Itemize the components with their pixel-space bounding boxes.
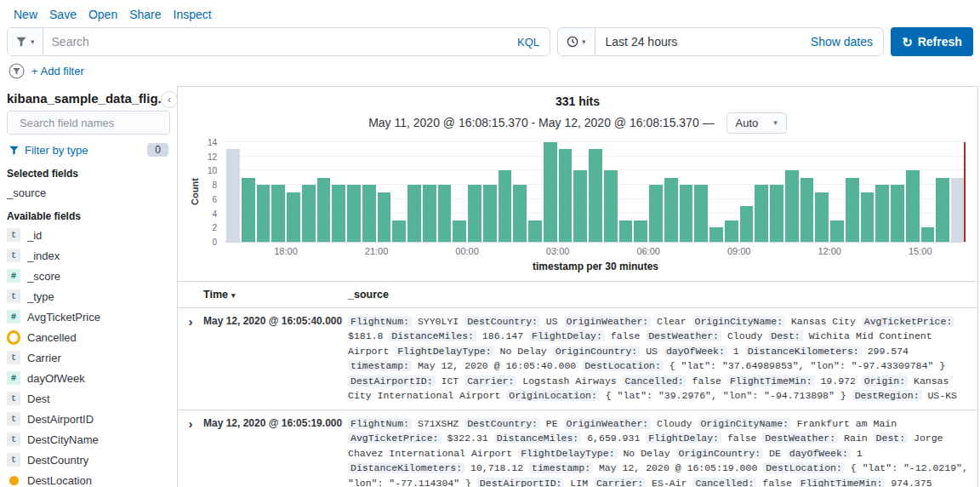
y-tick-label: 6 xyxy=(212,194,217,203)
field-item-AvgTicketPrice[interactable]: #AvgTicketPrice xyxy=(0,307,177,327)
source-field-name: DistanceMiles: xyxy=(389,330,476,341)
source-field-name: DistanceKilometers: xyxy=(348,462,464,473)
saved-query-filter-icon xyxy=(15,36,27,48)
histogram-bar xyxy=(544,142,557,242)
source-field-name: timestamp: xyxy=(348,360,412,371)
chevron-down-icon: ▾ xyxy=(582,38,586,46)
source-field-name: Cancelled: xyxy=(692,478,756,487)
histogram-bar xyxy=(604,170,618,242)
filter-by-type-button[interactable]: Filter by type 0 xyxy=(7,140,170,160)
collapse-sidebar-button[interactable]: ‹ xyxy=(161,91,178,108)
nav-item-save[interactable]: Save xyxy=(49,8,77,21)
histogram-bar xyxy=(785,170,799,242)
chevron-down-icon: ▾ xyxy=(31,38,35,46)
y-tick-label: 12 xyxy=(208,152,217,161)
nav-item-open[interactable]: Open xyxy=(88,8,117,21)
field-item-_index[interactable]: t_index xyxy=(0,245,177,266)
string-field-type-icon: t xyxy=(7,249,20,262)
change-all-filters-button[interactable] xyxy=(9,63,25,79)
field-item-DestCityName[interactable]: tDestCityName xyxy=(0,429,177,450)
histogram-bar xyxy=(740,206,754,242)
source-field-name: DestRegion: xyxy=(852,390,922,401)
current-time-marker xyxy=(964,142,966,242)
field-item-DestLocation[interactable]: DestLocation xyxy=(0,470,177,487)
chevron-down-icon: ▾ xyxy=(773,119,778,127)
add-filter-link[interactable]: + Add filter xyxy=(31,65,84,77)
field-item-dayOfWeek[interactable]: #dayOfWeek xyxy=(0,368,177,388)
x-axis: 18:0021:0000:0003:0006:0009:0012:0015:00 xyxy=(225,245,966,258)
field-name: dayOfWeek xyxy=(27,372,85,385)
y-tick-label: 10 xyxy=(208,166,217,175)
field-item-Cancelled[interactable]: Cancelled xyxy=(0,327,177,347)
y-tick-label: 0 xyxy=(212,238,217,247)
field-item-_id[interactable]: t_id xyxy=(0,225,177,245)
field-item-DestAirportID[interactable]: tDestAirportID xyxy=(0,409,177,429)
histogram-bar xyxy=(242,178,255,242)
query-bar: ▾ KQL ▾ Last 24 hours Show dates ↻ Refre… xyxy=(0,26,980,61)
source-field-name: OriginWeather: xyxy=(564,418,652,429)
expand-row-button[interactable]: › xyxy=(189,416,193,431)
histogram-bar xyxy=(846,178,859,242)
refresh-button[interactable]: ↻ Refresh xyxy=(891,27,973,56)
histogram-bar xyxy=(936,178,949,242)
source-field-name: DistanceMiles: xyxy=(494,433,582,444)
histogram-bar xyxy=(499,170,512,242)
index-pattern-selector[interactable]: kibana_sample_data_flig... xyxy=(7,91,168,106)
histogram-bar xyxy=(347,185,361,242)
y-tick-label: 14 xyxy=(208,138,217,147)
histogram-bar xyxy=(453,221,466,242)
index-pattern-row: kibana_sample_data_flig... ▾ ‹ xyxy=(0,86,177,109)
source-cell: FlightNum: S71XSHZ DestCountry: PE Origi… xyxy=(348,416,977,487)
source-field-name: Dest: xyxy=(768,330,803,341)
source-field-name: OriginCityName: xyxy=(698,418,791,429)
timestamp-axis-label: timestamp per 30 minutes xyxy=(225,261,966,272)
filter-count-badge: 0 xyxy=(147,143,168,157)
histogram-bar xyxy=(468,185,481,242)
nav-item-new[interactable]: New xyxy=(14,8,37,21)
histogram-bar xyxy=(559,149,573,242)
nav-item-inspect[interactable]: Inspect xyxy=(174,8,212,21)
time-picker-quick-menu-button[interactable]: ▾ xyxy=(558,28,595,55)
y-tick-label: 4 xyxy=(212,209,217,218)
time-column-header[interactable]: Time▾ xyxy=(203,289,348,301)
field-item-DestCountry[interactable]: tDestCountry xyxy=(0,450,177,470)
field-item-source[interactable]: _source xyxy=(0,182,177,203)
field-item-Dest[interactable]: tDest xyxy=(0,388,177,409)
source-cell: FlightNum: SYY0LYI DestCountry: US Origi… xyxy=(348,314,977,404)
time-range-value[interactable]: Last 24 hours xyxy=(595,35,811,49)
field-name: DestLocation xyxy=(27,474,92,487)
selected-fields-header: Selected fields xyxy=(7,168,170,180)
source-column-header: _source xyxy=(348,289,977,301)
source-field-name: DestAirportID: xyxy=(348,375,436,387)
field-item-_score[interactable]: #_score xyxy=(0,266,177,286)
field-search-input[interactable] xyxy=(20,117,169,129)
source-field-name: dayOfWeek: xyxy=(787,448,851,459)
field-item-_type[interactable]: t_type xyxy=(0,286,177,307)
x-tick-label: 03:00 xyxy=(546,246,570,256)
histogram-plot[interactable]: 02468101214 xyxy=(225,142,966,243)
histogram-bar xyxy=(725,221,738,242)
saved-query-menu-button[interactable]: ▾ xyxy=(8,28,43,55)
kql-button[interactable]: KQL xyxy=(507,28,550,55)
interval-select[interactable]: Auto ▾ xyxy=(726,112,787,134)
expand-row-button[interactable]: › xyxy=(189,314,193,329)
expand-cell: › xyxy=(178,314,203,404)
histogram-bar xyxy=(573,170,587,242)
top-nav: NewSaveOpenShareInspect xyxy=(0,0,980,26)
field-name: DestCountry xyxy=(27,454,88,467)
histogram-bar xyxy=(392,221,406,242)
number-field-type-icon: # xyxy=(7,310,20,324)
source-field-name: OriginLocation: xyxy=(506,390,600,401)
nav-item-share[interactable]: Share xyxy=(129,8,161,21)
show-dates-link[interactable]: Show dates xyxy=(811,35,883,49)
doc-table-body: ›May 12, 2020 @ 16:05:40.000FlightNum: S… xyxy=(178,308,977,487)
sort-descending-icon: ▾ xyxy=(231,291,236,300)
source-field-name: FlightDelayType: xyxy=(395,346,493,357)
search-input[interactable] xyxy=(43,28,507,55)
field-item-Carrier[interactable]: tCarrier xyxy=(0,347,177,368)
string-field-type-icon: t xyxy=(7,351,20,364)
histogram-bar xyxy=(407,185,421,242)
x-tick-label: 06:00 xyxy=(636,246,660,256)
histogram-bar xyxy=(271,185,285,242)
field-name: _index xyxy=(27,249,60,262)
